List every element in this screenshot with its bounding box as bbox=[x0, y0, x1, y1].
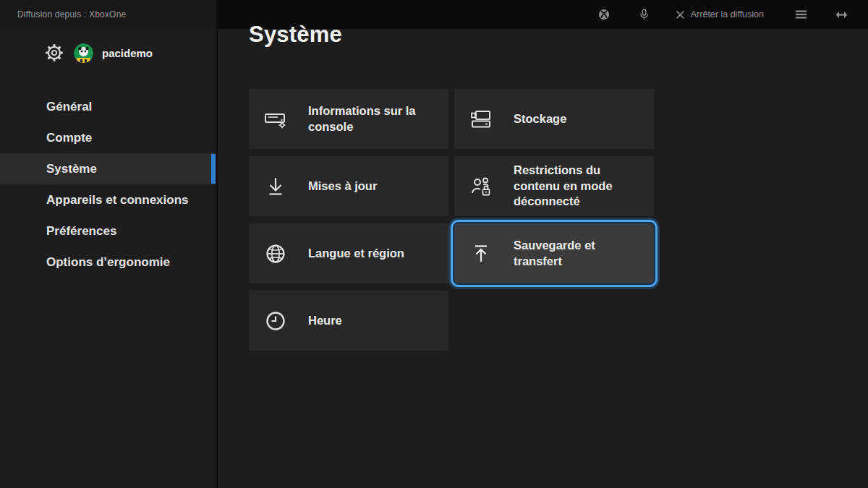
xbox-stream-settings-screen: Diffusion depuis : XboxOne bbox=[0, 0, 868, 488]
stream-source: Diffusion depuis : XboxOne bbox=[0, 0, 218, 29]
close-icon bbox=[676, 10, 685, 20]
tile-mises-a-jour[interactable]: Mises à jour bbox=[249, 156, 448, 216]
globe-icon bbox=[263, 241, 288, 266]
people-lock-icon bbox=[469, 174, 493, 199]
tile-restrictions-contenu[interactable]: Restrictions du contenu en mode déconnec… bbox=[454, 156, 654, 216]
tile-label: Heure bbox=[308, 313, 342, 328]
tile-label: Informations sur la console bbox=[308, 103, 437, 134]
sidebar-item-preferences[interactable]: Préférences bbox=[0, 215, 216, 247]
xbox-logo-icon[interactable] bbox=[590, 9, 618, 20]
tile-label: Langue et région bbox=[308, 246, 404, 261]
stop-streaming-button[interactable]: Arrêter la diffusion bbox=[676, 9, 764, 20]
sidebar-item-general[interactable]: Général bbox=[0, 91, 216, 122]
tile-stockage[interactable]: Stockage bbox=[454, 89, 654, 149]
upload-icon bbox=[469, 241, 493, 266]
stream-topbar: Diffusion depuis : XboxOne bbox=[0, 0, 868, 29]
sidebar-item-label: Système bbox=[46, 162, 97, 176]
sidebar-item-ergonomie[interactable]: Options d’ergonomie bbox=[0, 247, 216, 278]
settings-sidebar: pacidemo Général Compte Système Appareil… bbox=[0, 29, 216, 488]
microphone-icon[interactable] bbox=[631, 9, 658, 21]
gear-icon[interactable] bbox=[43, 42, 65, 64]
stream-source-label: Diffusion depuis : XboxOne bbox=[17, 9, 126, 20]
sidebar-item-appareils[interactable]: Appareils et connexions bbox=[0, 184, 216, 215]
clock-icon bbox=[263, 309, 288, 333]
tile-langue-region[interactable]: Langue et région bbox=[249, 223, 448, 283]
console-settings-icon bbox=[263, 107, 288, 132]
avatar[interactable] bbox=[74, 43, 93, 63]
storage-icon bbox=[469, 107, 493, 132]
settings-menu: Général Compte Système Appareils et conn… bbox=[0, 91, 216, 278]
list-icon[interactable] bbox=[787, 10, 814, 19]
tile-label: Mises à jour bbox=[308, 179, 377, 194]
username-label: pacidemo bbox=[102, 47, 153, 59]
tile-label: Restrictions du contenu en mode déconnec… bbox=[514, 163, 642, 209]
sidebar-item-compte[interactable]: Compte bbox=[0, 122, 216, 153]
bandwidth-icon[interactable] bbox=[827, 11, 855, 19]
profile-row: pacidemo bbox=[43, 42, 216, 64]
settings-tiles-grid: Informations sur la console Stockage bbox=[249, 89, 654, 351]
tile-label: Stockage bbox=[514, 111, 566, 127]
sidebar-divider bbox=[216, 0, 218, 488]
main-content: Système bbox=[218, 0, 868, 488]
download-icon bbox=[263, 174, 288, 199]
tile-heure[interactable]: Heure bbox=[249, 291, 448, 351]
stop-streaming-label: Arrêter la diffusion bbox=[691, 9, 764, 20]
tile-informations-console[interactable]: Informations sur la console bbox=[249, 89, 448, 149]
tile-sauvegarde-transfert[interactable]: Sauvegarde et transfert bbox=[454, 223, 654, 283]
page-title: Système bbox=[249, 22, 342, 48]
sidebar-item-systeme[interactable]: Système bbox=[0, 153, 216, 184]
tile-label: Sauvegarde et transfert bbox=[514, 238, 642, 269]
